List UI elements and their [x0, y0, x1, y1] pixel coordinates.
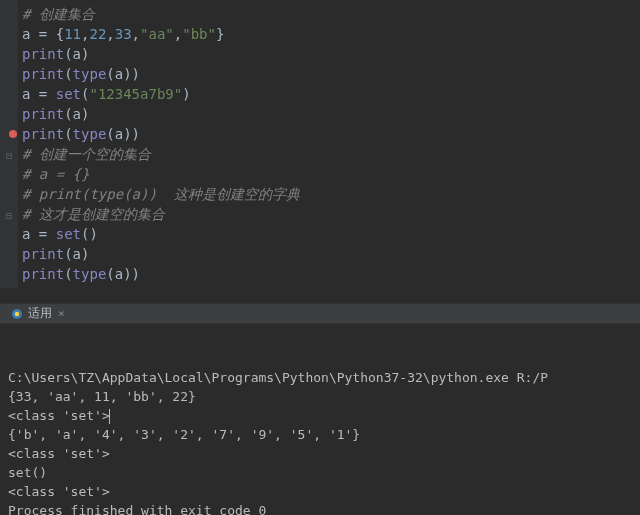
code-token: a: [73, 46, 81, 62]
code-token: ,: [132, 26, 140, 42]
code-token: 22: [89, 26, 106, 42]
code-token: print: [22, 106, 64, 122]
code-line[interactable]: # print(type(a)) 这种是创建空的字典: [4, 184, 640, 204]
code-token: # 这才是创建空的集合: [22, 206, 165, 222]
code-token: )): [123, 66, 140, 82]
code-token: (: [64, 246, 72, 262]
code-token: (: [64, 266, 72, 282]
code-token: "12345a7b9": [89, 86, 182, 102]
code-token: print: [22, 126, 64, 142]
fold-start-icon[interactable]: ⊟: [6, 146, 12, 166]
code-line[interactable]: # a = {}: [4, 164, 640, 184]
code-token: "aa": [140, 26, 174, 42]
code-token: print: [22, 246, 64, 262]
code-line[interactable]: print(type(a)): [4, 64, 640, 84]
console-tabbar: 适用 ×: [0, 303, 640, 324]
code-token: ): [81, 246, 89, 262]
code-token: a: [115, 66, 123, 82]
code-token: # print(type(a)) 这种是创建空的字典: [22, 186, 300, 202]
console-tab-label: 适用: [28, 305, 52, 322]
code-token: ): [182, 86, 190, 102]
editor-empty-space: [0, 288, 640, 303]
console-line: set(): [8, 463, 632, 482]
code-token: a: [73, 246, 81, 262]
code-token: (: [64, 126, 72, 142]
code-token: a: [22, 226, 39, 242]
code-token: (: [64, 106, 72, 122]
code-token: set: [56, 86, 81, 102]
code-token: (: [106, 266, 114, 282]
code-line[interactable]: a = {11,22,33,"aa","bb"}: [4, 24, 640, 44]
code-line[interactable]: print(a): [4, 44, 640, 64]
code-token: ): [81, 106, 89, 122]
code-token: set: [56, 226, 81, 242]
code-token: 11: [64, 26, 81, 42]
code-token: = {: [39, 26, 64, 42]
code-line[interactable]: ⊟# 这才是创建空的集合: [4, 204, 640, 224]
code-token: (: [106, 66, 114, 82]
python-icon: [10, 307, 24, 321]
code-token: a: [115, 266, 123, 282]
code-token: a: [115, 126, 123, 142]
console-line: {33, 'aa', 11, 'bb', 22}: [8, 387, 632, 406]
console-line: {'b', 'a', '4', '3', '2', '7', '9', '5',…: [8, 425, 632, 444]
console-line: <class 'set'>: [8, 482, 632, 501]
console-line: C:\Users\TZ\AppData\Local\Programs\Pytho…: [8, 368, 632, 387]
code-token: type: [73, 126, 107, 142]
code-token: "bb": [182, 26, 216, 42]
code-token: print: [22, 66, 64, 82]
code-token: type: [73, 266, 107, 282]
fold-end-icon[interactable]: ⊟: [6, 206, 12, 226]
code-token: a: [22, 26, 39, 42]
code-token: type: [73, 66, 107, 82]
code-token: =: [39, 226, 56, 242]
code-token: (: [64, 46, 72, 62]
code-line[interactable]: a = set(): [4, 224, 640, 244]
code-line[interactable]: print(type(a)): [4, 124, 640, 144]
code-token: ,: [106, 26, 114, 42]
code-token: print: [22, 46, 64, 62]
code-token: ,: [174, 26, 182, 42]
text-caret: [109, 409, 110, 424]
breakpoint-icon[interactable]: [9, 130, 17, 138]
code-token: a: [22, 86, 39, 102]
close-icon[interactable]: ×: [58, 307, 65, 320]
svg-point-1: [15, 312, 19, 316]
code-token: }: [216, 26, 224, 42]
code-token: 33: [115, 26, 132, 42]
console-output[interactable]: C:\Users\TZ\AppData\Local\Programs\Pytho…: [0, 324, 640, 515]
console-line: Process finished with exit code 0: [8, 501, 632, 515]
code-token: a: [73, 106, 81, 122]
code-line[interactable]: print(a): [4, 244, 640, 264]
code-line[interactable]: # 创建集合: [4, 4, 640, 24]
code-editor[interactable]: # 创建集合a = {11,22,33,"aa","bb"}print(a)pr…: [0, 0, 640, 288]
code-token: ): [81, 46, 89, 62]
code-token: # 创建集合: [22, 6, 95, 22]
code-token: )): [123, 126, 140, 142]
code-token: # 创建一个空的集合: [22, 146, 151, 162]
code-line[interactable]: ⊟# 创建一个空的集合: [4, 144, 640, 164]
code-token: (): [81, 226, 98, 242]
code-token: (: [64, 66, 72, 82]
code-token: # a = {}: [22, 166, 89, 182]
code-line[interactable]: print(type(a)): [4, 264, 640, 284]
code-token: )): [123, 266, 140, 282]
console-line: <class 'set'>: [8, 406, 632, 425]
code-token: print: [22, 266, 64, 282]
code-line[interactable]: print(a): [4, 104, 640, 124]
console-line: <class 'set'>: [8, 444, 632, 463]
code-token: (: [106, 126, 114, 142]
code-line[interactable]: a = set("12345a7b9"): [4, 84, 640, 104]
console-tab[interactable]: 适用 ×: [4, 305, 71, 322]
code-token: =: [39, 86, 56, 102]
